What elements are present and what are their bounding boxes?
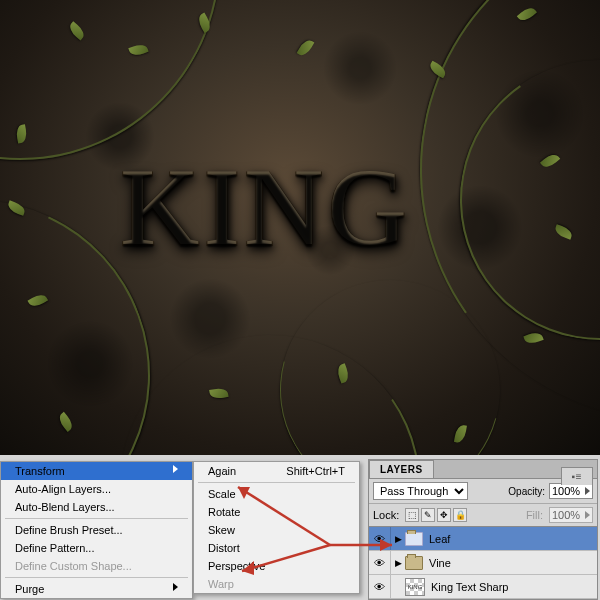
menu-item-again[interactable]: AgainShift+Ctrl+T [194, 462, 359, 480]
lock-transparency-icon[interactable]: ⬚ [405, 508, 419, 522]
document-canvas: KING [0, 0, 600, 455]
menu-label: Transform [15, 465, 65, 477]
lock-all-icon[interactable]: 🔒 [453, 508, 467, 522]
lock-position-icon[interactable]: ✥ [437, 508, 451, 522]
ui-overlay: Transform Auto-Align Layers... Auto-Blen… [0, 455, 600, 600]
menu-item-define-brush[interactable]: Define Brush Preset... [1, 521, 192, 539]
edit-menu: Transform Auto-Align Layers... Auto-Blen… [0, 461, 193, 599]
blend-mode-select[interactable]: Pass Through [373, 482, 468, 500]
panel-tabs: LAYERS ▪≡ [369, 460, 597, 478]
menu-item-scale[interactable]: Scale [194, 485, 359, 503]
visibility-toggle[interactable]: 👁 [369, 551, 391, 574]
layer-name: Vine [429, 557, 451, 569]
layer-row-leaf[interactable]: 👁 ▶ Leaf [369, 527, 597, 551]
menu-item-perspective[interactable]: Perspective [194, 557, 359, 575]
layers-panel: LAYERS ▪≡ Pass Through Opacity: 100% Loc… [368, 459, 598, 600]
visibility-toggle[interactable]: 👁 [369, 575, 391, 598]
folder-icon [405, 532, 423, 546]
lock-label: Lock: [373, 509, 399, 521]
opacity-input[interactable]: 100% [549, 483, 593, 499]
menu-separator [5, 518, 188, 519]
menu-item-warp: Warp [194, 575, 359, 593]
stepper-icon [585, 511, 590, 519]
menu-item-purge[interactable]: Purge [1, 580, 192, 598]
menu-item-define-shape: Define Custom Shape... [1, 557, 192, 575]
menu-item-auto-blend[interactable]: Auto-Blend Layers... [1, 498, 192, 516]
lock-icons: ⬚✎✥🔒 [405, 508, 469, 522]
submenu-arrow-icon [173, 465, 178, 473]
opacity-label: Opacity: [508, 486, 545, 497]
menu-label: Again [208, 465, 236, 477]
menu-label: Purge [15, 583, 44, 595]
menu-item-auto-align[interactable]: Auto-Align Layers... [1, 480, 192, 498]
menu-item-rotate[interactable]: Rotate [194, 503, 359, 521]
layer-name: King Text Sharp [431, 581, 508, 593]
layer-list: 👁 ▶ Leaf 👁 ▶ Vine 👁 KING King Text Sharp [369, 526, 597, 599]
king-text: KING [120, 145, 411, 272]
transform-submenu: AgainShift+Ctrl+T Scale Rotate Skew Dist… [193, 461, 360, 594]
lock-pixels-icon[interactable]: ✎ [421, 508, 435, 522]
layer-row-king-text[interactable]: 👁 KING King Text Sharp [369, 575, 597, 599]
disclosure-triangle-icon[interactable]: ▶ [391, 558, 405, 568]
menu-separator [198, 482, 355, 483]
layer-thumbnail: KING [405, 578, 425, 596]
menu-separator [5, 577, 188, 578]
lock-fill-row: Lock: ⬚✎✥🔒 Fill: 100% [369, 503, 597, 526]
menu-item-distort[interactable]: Distort [194, 539, 359, 557]
tab-layers[interactable]: LAYERS [369, 460, 434, 478]
fill-input: 100% [549, 507, 593, 523]
menu-item-skew[interactable]: Skew [194, 521, 359, 539]
menu-item-define-pattern[interactable]: Define Pattern... [1, 539, 192, 557]
folder-icon [405, 556, 423, 570]
menu-shortcut: Shift+Ctrl+T [286, 465, 345, 477]
visibility-toggle[interactable]: 👁 [369, 527, 391, 550]
stepper-icon [585, 487, 590, 495]
layer-name: Leaf [429, 533, 450, 545]
menu-item-transform[interactable]: Transform [1, 462, 192, 480]
panel-menu-icon[interactable]: ▪≡ [561, 467, 593, 485]
layer-row-vine[interactable]: 👁 ▶ Vine [369, 551, 597, 575]
disclosure-triangle-icon[interactable]: ▶ [391, 534, 405, 544]
fill-label: Fill: [526, 509, 543, 521]
submenu-arrow-icon [173, 583, 178, 591]
